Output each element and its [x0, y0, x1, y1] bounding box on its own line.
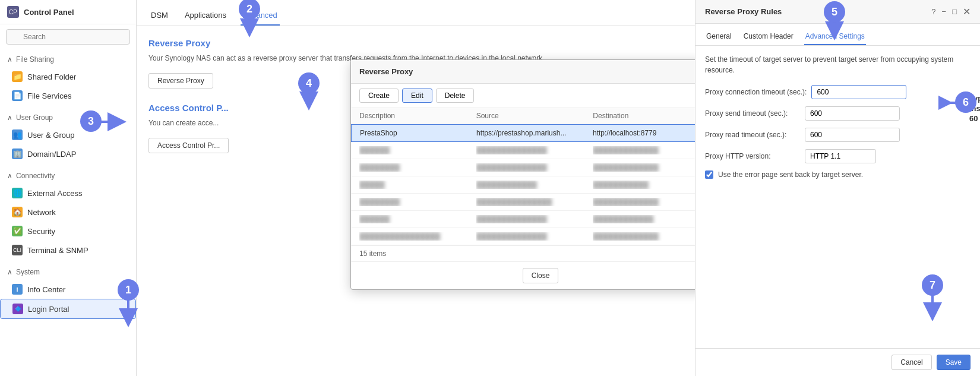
- proxy-send-timeout-row: Proxy send timeout (sec.):: [705, 106, 970, 121]
- file-services-icon: 📄: [12, 90, 23, 101]
- sidebar-section-header-file-sharing[interactable]: ∧ File Sharing: [0, 52, 136, 67]
- sidebar-header: CP Control Panel: [0, 0, 136, 24]
- login-portal-icon: 🔷: [12, 304, 23, 314]
- chevron-down-icon: ∧: [7, 268, 12, 276]
- right-panel-title: Reverse Proxy Rules: [705, 7, 782, 16]
- error-page-label: Use the error page sent back by target s…: [718, 170, 863, 179]
- table-row[interactable]: ████████████████████████████████: [351, 211, 695, 228]
- tab-advanced[interactable]: Advanced: [241, 6, 280, 26]
- sidebar-item-label-shared-folder: Shared Folder: [27, 72, 76, 81]
- dialog-toolbar: Create Edit Delete: [351, 84, 695, 108]
- sidebar-section-header-connectivity[interactable]: ∧ Connectivity: [0, 168, 136, 184]
- rp-description: Set the timeout of target server to prev…: [705, 54, 970, 75]
- proxy-http-version-select-wrap: HTTP 1.0 HTTP 1.1 HTTP 2.0: [805, 149, 876, 163]
- table-row[interactable]: ███████████████████████████████████: [351, 159, 695, 176]
- delete-button[interactable]: Delete: [436, 89, 475, 103]
- proxy-connection-timeout-input[interactable]: [811, 85, 906, 99]
- sidebar-search-wrap: [0, 24, 136, 49]
- network-icon: 🏠: [12, 207, 23, 217]
- dialog-title: Reverse Proxy: [359, 67, 413, 76]
- table-row[interactable]: PrestaShop https://prestashop.mariush...…: [351, 124, 695, 142]
- dialog-footer: 15 items ↻: [351, 245, 695, 261]
- proxy-read-timeout-row: Proxy read timeout (sec.):: [705, 128, 970, 142]
- sidebar-item-security[interactable]: ✅ Security: [0, 222, 136, 241]
- reverse-proxy-dialog: Reverse Proxy ✕ Create Edit Delete Descr…: [350, 59, 695, 290]
- sidebar-item-shared-folder[interactable]: 📁 Shared Folder: [0, 67, 136, 86]
- sidebar-section-header-system[interactable]: ∧ System: [0, 264, 136, 280]
- close-button[interactable]: Close: [523, 268, 559, 283]
- error-page-checkbox-row: Use the error page sent back by target s…: [705, 170, 970, 179]
- proxy-read-timeout-input[interactable]: [805, 128, 900, 142]
- sidebar-section-user-group: ∧ User Group 👥 User & Group 🏢 Domain/LDA…: [0, 108, 136, 166]
- right-panel-tabs: General Custom Header Advanced Settings: [696, 24, 980, 46]
- table-row[interactable]: ████████████████████████████████████████…: [351, 228, 695, 245]
- sidebar: CP Control Panel ∧ File Sharing 📁 Shared…: [0, 0, 137, 376]
- main-tabs: DSM Applications Advanced: [137, 0, 695, 26]
- right-panel-content: Set the timeout of target server to prev…: [696, 46, 980, 348]
- sidebar-item-domain-ldap[interactable]: 🏢 Domain/LDAP: [0, 144, 136, 163]
- main-panel: DSM Applications Advanced Reverse Proxy …: [137, 0, 695, 376]
- sidebar-title: Control Panel: [24, 8, 74, 17]
- sidebar-item-external-access[interactable]: 🌐 External Access: [0, 184, 136, 203]
- section-label-system: System: [16, 268, 40, 276]
- proxy-read-timeout-label: Proxy read timeout (sec.):: [705, 128, 800, 139]
- proxy-send-timeout-label: Proxy send timeout (sec.):: [705, 106, 800, 118]
- info-icon: i: [12, 284, 23, 295]
- tab-dsm[interactable]: DSM: [148, 6, 170, 26]
- sidebar-item-network[interactable]: 🏠 Network: [0, 203, 136, 222]
- proxy-connection-timeout-label: Proxy connection timeout (sec.):: [705, 85, 807, 96]
- dialog-actions: Close: [351, 261, 695, 289]
- tab-custom-header[interactable]: Custom Header: [742, 29, 795, 45]
- edit-button[interactable]: Edit: [402, 89, 432, 103]
- sidebar-item-label-domain: Domain/LDAP: [27, 150, 76, 159]
- shared-folder-icon: 📁: [12, 71, 23, 82]
- reverse-proxy-button[interactable]: Reverse Proxy: [148, 73, 213, 89]
- minimize-icon[interactable]: −: [942, 7, 947, 16]
- sidebar-item-file-services[interactable]: 📄 File Services: [0, 86, 136, 105]
- proxy-http-version-label: Proxy HTTP version:: [705, 149, 800, 160]
- section-label-connectivity: Connectivity: [16, 172, 55, 180]
- sidebar-item-label-network: Network: [27, 208, 56, 217]
- table-row[interactable]: ████████████████████████████: [351, 176, 695, 194]
- right-panel-close-button[interactable]: ✕: [963, 6, 970, 17]
- row-description: PrestaShop: [360, 129, 476, 137]
- section-label-user-group: User Group: [16, 113, 53, 122]
- proxy-send-timeout-input[interactable]: [805, 106, 900, 121]
- maximize-icon[interactable]: □: [952, 7, 957, 16]
- sidebar-item-login-portal[interactable]: 🔷 Login Portal: [0, 299, 136, 319]
- help-icon[interactable]: ?: [931, 7, 935, 16]
- sidebar-item-label-login-portal: Login Portal: [28, 305, 69, 314]
- sidebar-section-header-user-group[interactable]: ∧ User Group: [0, 110, 136, 125]
- col-source: Source: [476, 112, 593, 120]
- section-label-file-sharing: File Sharing: [16, 55, 54, 64]
- sidebar-item-label-user-group: User & Group: [27, 131, 74, 140]
- tab-advanced-settings[interactable]: Advanced Settings: [804, 29, 866, 45]
- cancel-button[interactable]: Cancel: [892, 355, 931, 370]
- table-row[interactable]: █████████████████████████████████: [351, 142, 695, 159]
- external-access-icon: 🌐: [12, 188, 23, 198]
- proxy-http-version-select[interactable]: HTTP 1.0 HTTP 1.1 HTTP 2.0: [805, 149, 876, 163]
- tab-applications[interactable]: Applications: [182, 6, 229, 26]
- table-row[interactable]: ████████████████████████████████████: [351, 194, 695, 211]
- proxy-connection-timeout-row: Proxy connection timeout (sec.):: [705, 85, 970, 99]
- create-button[interactable]: Create: [359, 89, 399, 103]
- tab-general[interactable]: General: [705, 29, 733, 45]
- col-destination: Destination: [593, 112, 695, 120]
- search-input[interactable]: [6, 29, 130, 45]
- row-destination: http://localhost:8779: [593, 129, 695, 137]
- chevron-down-icon: ∧: [7, 113, 12, 122]
- sidebar-item-user-group[interactable]: 👥 User & Group: [0, 125, 136, 144]
- access-control-button[interactable]: Access Control Pr...: [148, 138, 229, 153]
- dialog-header: Reverse Proxy ✕: [351, 60, 695, 84]
- sidebar-item-terminal-snmp[interactable]: CLI Terminal & SNMP: [0, 241, 136, 260]
- user-group-icon: 👥: [12, 129, 23, 140]
- save-button[interactable]: Save: [937, 355, 970, 370]
- error-page-checkbox[interactable]: [705, 170, 713, 179]
- sidebar-item-label-file-services: File Services: [27, 91, 71, 100]
- sidebar-item-label-terminal: Terminal & SNMP: [27, 246, 88, 255]
- chevron-down-icon: ∧: [7, 55, 12, 64]
- control-panel-logo: CP: [7, 6, 19, 18]
- sidebar-item-info-center[interactable]: i Info Center: [0, 280, 136, 299]
- table-header: Description Source Destination ⋮: [351, 108, 695, 124]
- security-icon: ✅: [12, 226, 23, 236]
